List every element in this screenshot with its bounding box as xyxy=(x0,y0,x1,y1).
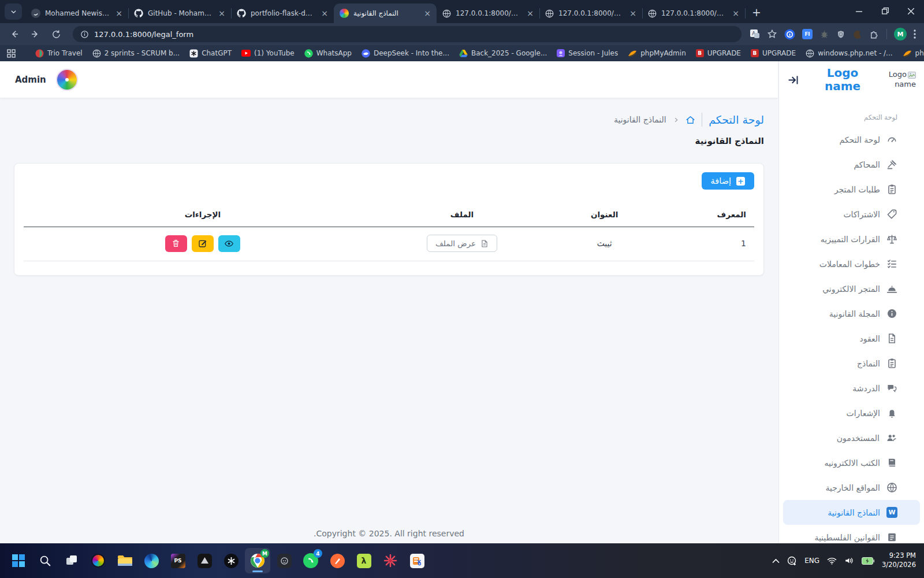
sidebar-collapse-icon[interactable] xyxy=(787,74,799,86)
gauge-icon xyxy=(886,134,897,145)
site-info-icon[interactable] xyxy=(80,30,89,39)
chatgpt-button[interactable] xyxy=(218,548,244,573)
extensions-puzzle-icon[interactable] xyxy=(869,29,880,39)
tab-search-button[interactable] xyxy=(5,3,22,20)
sidebar-item-external-sites[interactable]: المواقع الخارجية xyxy=(779,475,924,500)
menu-kebab-icon[interactable] xyxy=(914,29,916,39)
bookmark-deepseek[interactable]: DeepSeek - Into the... xyxy=(362,49,449,58)
sidebar-item-subscriptions[interactable]: الاشتراكات xyxy=(779,202,924,227)
sidebar-item-online-store[interactable]: المتجر الالكتروني xyxy=(779,276,924,301)
tab-portfolio-site[interactable]: Mohamed Newish | Junio × xyxy=(25,3,128,23)
whatsapp-button[interactable]: 4 xyxy=(298,548,323,573)
tray-clock[interactable]: 9:23 PM 3/20/2026 xyxy=(882,551,916,569)
tab-github[interactable]: GitHub - MohamedSayed × xyxy=(128,3,231,23)
add-button[interactable]: + إضافة xyxy=(702,172,754,190)
tab-storage-1[interactable]: 127.0.0.1:8000/storage/le × xyxy=(437,3,539,23)
shield-extension-icon[interactable] xyxy=(836,29,845,39)
delete-button[interactable] xyxy=(165,235,187,252)
sidebar-item-forms[interactable]: النماذج xyxy=(779,351,924,376)
tab-storage-2[interactable]: 127.0.0.1:8000/storage/le × xyxy=(539,3,642,23)
copilot-button[interactable] xyxy=(85,548,111,573)
sidebar-item-notifications[interactable]: الإشعارات xyxy=(779,401,924,425)
postman-button[interactable] xyxy=(325,548,350,573)
chrome-button[interactable]: M xyxy=(245,548,270,573)
sidebar-item-transaction-steps[interactable]: خطوات المعاملات xyxy=(779,251,924,276)
bookmark-upgrade-1[interactable]: BUPGRADE xyxy=(696,49,741,57)
bookmark-phpmyadmin[interactable]: phpMyAdmin xyxy=(628,49,686,57)
taskbar-search[interactable] xyxy=(32,548,58,573)
bookmark-chatgpt[interactable]: ChatGPT xyxy=(189,49,232,58)
wifi-icon[interactable] xyxy=(827,557,837,565)
tab-close-icon[interactable]: × xyxy=(217,9,226,18)
tab-legal-forms-active[interactable]: النماذج القانونية × xyxy=(334,3,437,23)
forward-button[interactable] xyxy=(27,25,44,43)
search-icon xyxy=(39,554,51,567)
reload-button[interactable] xyxy=(47,25,65,43)
sidebar-item-users[interactable]: المستخدمون xyxy=(779,425,924,450)
tray-language[interactable]: ENG xyxy=(804,557,819,565)
bookmark-trio-travel[interactable]: Trio Travel xyxy=(35,49,83,58)
battery-charging-icon[interactable] xyxy=(862,557,874,565)
bookmark-windows-php[interactable]: windows.php.net - /... xyxy=(806,49,892,58)
edit-button[interactable] xyxy=(192,235,214,252)
tray-people-icon[interactable] xyxy=(787,556,797,566)
close-window-button[interactable] xyxy=(898,0,924,22)
tab-close-icon[interactable]: × xyxy=(320,9,329,18)
sidebar-item-chat[interactable]: الدردشة xyxy=(779,376,924,401)
back-button[interactable] xyxy=(6,25,23,43)
tab-close-icon[interactable]: × xyxy=(526,9,535,18)
tab-close-icon[interactable]: × xyxy=(731,9,740,18)
translator-button[interactable]: λ xyxy=(351,548,377,573)
bookmark-scrum[interactable]: 2 sprints - SCRUM b... xyxy=(92,49,180,58)
globe-favicon xyxy=(648,9,657,18)
tray-chevron-up-icon[interactable] xyxy=(772,558,780,564)
home-icon[interactable] xyxy=(685,115,695,125)
apps-grid-icon[interactable] xyxy=(7,49,16,58)
start-button[interactable] xyxy=(6,548,31,573)
sidebar-item-store-orders[interactable]: طلبات المتجر xyxy=(779,177,924,202)
bookmark-youtube[interactable]: (1) YouTube xyxy=(241,49,295,57)
dark-extension-icon[interactable] xyxy=(852,29,862,39)
sidebar-item-palestinian-laws[interactable]: القوانين الفلسطينية xyxy=(779,525,924,543)
minimize-button[interactable] xyxy=(846,0,872,22)
task-view-button[interactable] xyxy=(59,548,84,573)
starburst-button[interactable] xyxy=(378,548,403,573)
tab-storage-3[interactable]: 127.0.0.1:8000/storage/le × xyxy=(642,3,745,23)
phpstorm-button[interactable]: PS xyxy=(165,548,191,573)
sidebar-item-dashboard[interactable]: لوحة التحكم xyxy=(779,127,924,152)
new-tab-button[interactable]: + xyxy=(748,4,765,20)
sidebar-item-legal-forms[interactable]: W النماذج القانونية xyxy=(783,500,920,525)
bookmark-star-icon[interactable] xyxy=(767,29,777,39)
volume-icon[interactable] xyxy=(844,557,854,565)
bookmark-whatsapp[interactable]: WhatsApp xyxy=(304,49,352,58)
bookmark-upgrade-2[interactable]: BUPGRADE xyxy=(751,49,796,57)
sidebar-item-courts[interactable]: المحاكم xyxy=(779,152,924,177)
bookmark-jules[interactable]: Session - Jules xyxy=(557,49,618,57)
sidebar-item-appeal-decisions[interactable]: القرارات التمييزيه xyxy=(779,227,924,251)
fi-extension-icon[interactable]: FI xyxy=(802,29,813,39)
tab-close-icon[interactable]: × xyxy=(423,9,432,18)
sidebar-item-ebooks[interactable]: الكتب الالكترونيه xyxy=(779,450,924,475)
translate-icon[interactable]: A xyxy=(750,29,760,39)
bookmark-drive[interactable]: Back_2025 - Google... xyxy=(459,49,547,57)
browser-profile-avatar[interactable]: M xyxy=(894,28,907,40)
file-explorer-button[interactable] xyxy=(112,548,137,573)
sidebar-item-legal-journal[interactable]: المجلة القانونية xyxy=(779,301,924,326)
restore-button[interactable] xyxy=(872,0,898,22)
tab-close-icon[interactable]: × xyxy=(628,9,638,18)
view-button[interactable] xyxy=(218,235,240,252)
dev-cube-button[interactable] xyxy=(192,548,217,573)
bug-extension-icon[interactable] xyxy=(819,29,829,39)
snipping-tool-button[interactable] xyxy=(404,548,430,573)
view-file-button[interactable]: عرض الملف xyxy=(427,235,497,252)
edge-button[interactable] xyxy=(139,548,164,573)
tab-close-icon[interactable]: × xyxy=(114,9,124,18)
password-manager-extension-icon[interactable] xyxy=(784,29,795,40)
breadcrumb-dashboard-link[interactable]: لوحة التحكم xyxy=(709,113,764,126)
tab-github-repo[interactable]: portfolio-flask-docker/Do × xyxy=(231,3,334,23)
bookmark-phpmyadmin-docs[interactable]: phpMyAdmin - Do... xyxy=(903,49,924,57)
ghost-app-button[interactable] xyxy=(271,548,297,573)
sidebar-item-contracts[interactable]: العقود xyxy=(779,326,924,351)
address-bar[interactable]: 127.0.0.1:8000/legal_form xyxy=(73,26,742,42)
user-avatar[interactable] xyxy=(56,69,78,91)
